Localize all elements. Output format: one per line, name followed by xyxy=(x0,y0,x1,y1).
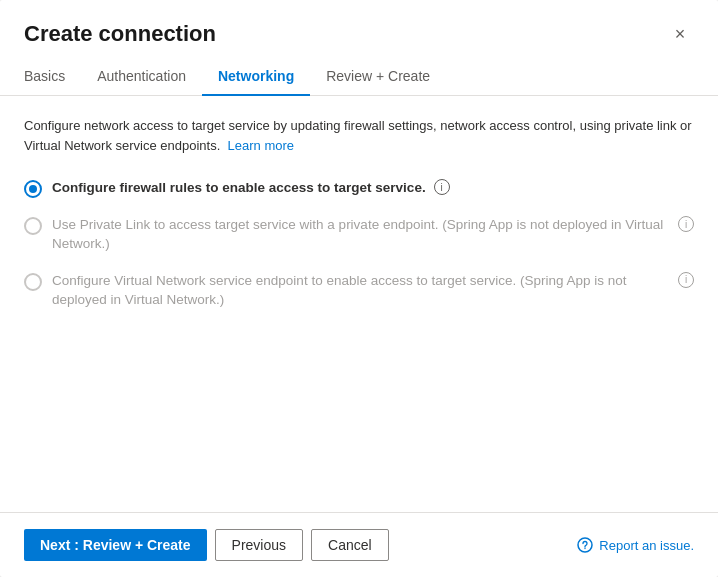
main-content: Configure network access to target servi… xyxy=(0,96,718,512)
report-label: Report an issue. xyxy=(599,538,694,553)
learn-more-link[interactable]: Learn more xyxy=(228,138,294,153)
tab-authentication[interactable]: Authentication xyxy=(81,58,202,96)
firewall-label: Configure firewall rules to enable acces… xyxy=(52,179,426,198)
private-link-radio[interactable] xyxy=(24,217,42,235)
previous-button[interactable]: Previous xyxy=(215,529,303,561)
dialog-footer: Next : Review + Create Previous Cancel R… xyxy=(0,512,718,577)
svg-point-1 xyxy=(585,548,586,549)
tab-basics[interactable]: Basics xyxy=(24,58,81,96)
firewall-option[interactable]: Configure firewall rules to enable acces… xyxy=(24,179,694,198)
vnet-label: Configure Virtual Network service endpoi… xyxy=(52,272,670,310)
dialog-title: Create connection xyxy=(24,21,216,47)
tab-networking[interactable]: Networking xyxy=(202,58,310,96)
private-link-info-icon[interactable]: i xyxy=(678,216,694,232)
network-options-group: Configure firewall rules to enable acces… xyxy=(24,179,694,310)
report-issue-link[interactable]: Report an issue. xyxy=(577,537,694,553)
svg-point-0 xyxy=(578,538,592,552)
private-link-option[interactable]: Use Private Link to access target servic… xyxy=(24,216,694,254)
vnet-info-icon[interactable]: i xyxy=(678,272,694,288)
vnet-radio[interactable] xyxy=(24,273,42,291)
private-link-label: Use Private Link to access target servic… xyxy=(52,216,670,254)
close-button[interactable]: × xyxy=(666,20,694,48)
vnet-option[interactable]: Configure Virtual Network service endpoi… xyxy=(24,272,694,310)
tabs-container: Basics Authentication Networking Review … xyxy=(0,58,718,96)
firewall-radio[interactable] xyxy=(24,180,42,198)
cancel-button[interactable]: Cancel xyxy=(311,529,389,561)
next-button[interactable]: Next : Review + Create xyxy=(24,529,207,561)
tab-review-create[interactable]: Review + Create xyxy=(310,58,446,96)
dialog-header: Create connection × xyxy=(0,0,718,58)
create-connection-dialog: Create connection × Basics Authenticatio… xyxy=(0,0,718,577)
description-text: Configure network access to target servi… xyxy=(24,116,694,155)
firewall-info-icon[interactable]: i xyxy=(434,179,450,195)
report-icon xyxy=(577,537,593,553)
